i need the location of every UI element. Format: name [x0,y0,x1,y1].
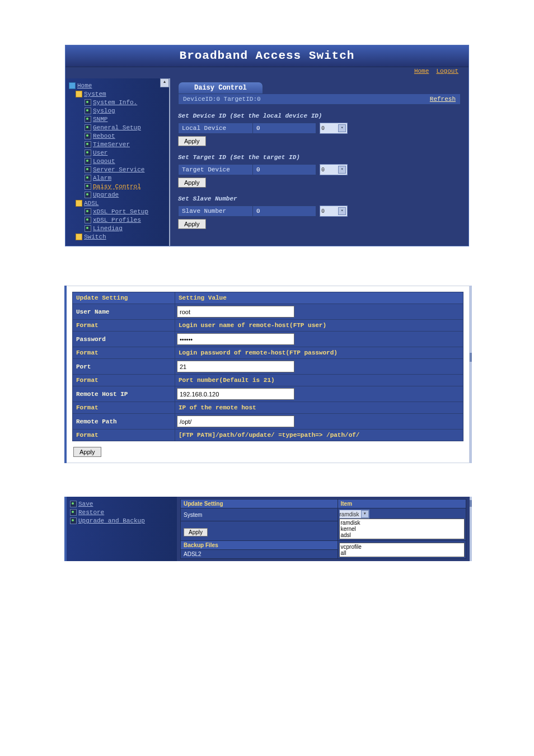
nav-system-info[interactable]: System Info. [93,99,137,106]
nav-general-setup[interactable]: General Setup [93,124,141,131]
scrollbar-thumb[interactable] [470,500,472,507]
main-content-small: Update Setting Item System ramdisk▾ ramd… [177,497,470,561]
nav-adsl[interactable]: ADSL [84,200,99,207]
logout-link[interactable]: Logout [436,68,458,74]
scrollbar[interactable] [470,286,472,463]
nav-logout[interactable]: Logout [93,158,115,165]
chevron-down-icon: ▾ [338,124,346,132]
nav-server-service[interactable]: Server Service [93,166,144,173]
port-input[interactable] [177,361,294,372]
list-item[interactable]: ramdisk [341,520,463,526]
nav-save[interactable]: Save [78,501,93,507]
nav-linediag[interactable]: Linediag [93,225,123,232]
apply-button-device[interactable]: Apply [178,136,206,146]
remote-path-format: [FTP PATH]/path/of/update/ =type=path=> … [175,430,463,441]
nav-xdsl-port[interactable]: xDSL Port Setup [93,208,148,215]
chevron-down-icon: ▾ [338,207,346,215]
password-input[interactable] [177,333,294,345]
page-title-tab: Daisy Control [178,82,263,94]
nav-syslog[interactable]: Syslog [93,108,115,114]
system-select[interactable]: ramdisk▾ [339,510,369,519]
page-icon [70,509,77,516]
nav-snmp[interactable]: SNMP [93,116,107,123]
page-icon [70,517,77,524]
page-icon [85,192,91,198]
list-item[interactable]: vcprofile [341,544,463,550]
upgrade-backup-screenshot: Save Restore Upgrade and Backup Update S… [64,497,470,561]
banner-title: Broadband Access Switch [180,49,355,62]
page-icon [85,166,91,173]
update-setting-table: Update Setting Setting Value User Name F… [64,286,470,463]
page-icon [85,133,91,139]
folder-icon [76,91,82,97]
slave-number-select[interactable]: 0▾ [320,206,348,217]
format-label: Format [73,402,175,414]
scrollbar[interactable] [470,497,472,561]
chevron-down-icon: ▾ [338,166,346,174]
apply-button-system[interactable]: Apply [184,528,208,536]
password-label: Password [73,332,175,347]
port-format: Port number(Default is 21) [175,375,463,386]
apply-button-slave[interactable]: Apply [178,219,206,229]
nav-restore[interactable]: Restore [78,509,104,516]
apply-button[interactable]: Apply [73,447,101,457]
list-item[interactable]: adsl [341,532,463,538]
page-icon [85,158,91,165]
nav-xdsl-profiles[interactable]: xDSL Profiles [93,217,141,223]
list-item[interactable]: all [341,550,463,556]
section-set-target-id: Set Target ID (Set the target ID) [178,154,461,161]
status-bar: DeviceID:0 TargetID:0 Refresh [178,94,461,105]
nav-system[interactable]: System [84,91,106,97]
folder-icon [76,234,82,240]
home-link[interactable]: Home [414,68,429,74]
remote-host-input[interactable] [177,388,294,400]
page-icon [85,208,91,215]
router-ui-screenshot: Broadband Access Switch Home Logout ▴ Ho… [65,45,469,246]
refresh-link[interactable]: Refresh [430,96,456,102]
scrollbar-thumb[interactable] [470,353,472,362]
target-device-select[interactable]: 0▾ [320,164,348,175]
port-label: Port [73,359,175,375]
page-icon [85,141,91,148]
remote-host-label: Remote Host IP [73,386,175,402]
format-label: Format [73,320,175,332]
col-item: Item [338,500,466,508]
device-status: DeviceID:0 TargetID:0 [183,96,261,102]
format-label: Format [73,375,175,386]
remote-path-input[interactable] [177,416,294,427]
local-device-select[interactable]: 0▾ [320,123,348,134]
banner: Broadband Access Switch [65,45,469,67]
section-set-device-id: Set Device ID (Set the local device ID) [178,113,461,119]
page-icon [85,124,91,131]
nav-upgrade[interactable]: Upgrade [93,192,119,198]
slave-number-value: 0 [253,206,316,217]
nav-user[interactable]: User [93,150,107,156]
system-label: System [181,508,338,521]
apply-button-target[interactable]: Apply [178,178,206,188]
nav-alarm[interactable]: Alarm [93,175,111,181]
local-device-label: Local Device [178,123,253,134]
col-setting-value: Setting Value [175,292,463,304]
nav-sidebar-small: Save Restore Upgrade and Backup [67,497,177,561]
page-icon [85,183,91,190]
remote-host-format: IP of the remote host [175,402,463,414]
format-label: Format [73,347,175,359]
list-item[interactable]: kernel [341,526,463,532]
slave-number-label: Slave Number [178,206,253,217]
chevron-down-icon: ▾ [361,510,369,518]
nav-daisy-control[interactable]: Daisy Control [93,183,141,190]
nav-upgrade-backup[interactable]: Upgrade and Backup [78,517,145,524]
system-options-list[interactable]: ramdisk kernel adsl [339,519,465,539]
col-backup-files: Backup Files [181,541,338,550]
nav-switch[interactable]: Switch [84,234,106,240]
page-icon [85,217,91,223]
scroll-up-icon[interactable]: ▴ [160,78,169,87]
page-icon [85,225,91,232]
nav-home[interactable]: Home [77,82,92,89]
nav-timeserver[interactable]: TimeServer [93,141,130,148]
nav-reboot[interactable]: Reboot [93,133,115,139]
page-icon [85,150,91,156]
backup-options-list[interactable]: vcprofile all [339,543,465,557]
section-set-slave-number: Set Slave Number [178,195,461,202]
user-name-input[interactable] [177,306,294,318]
